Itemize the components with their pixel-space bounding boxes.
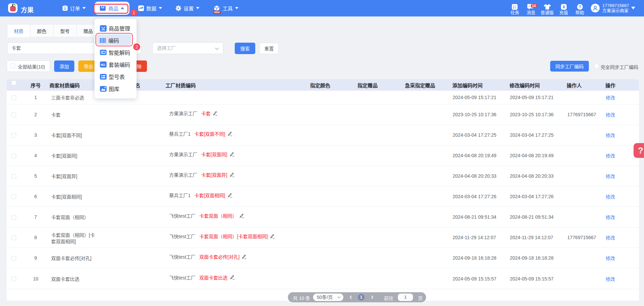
svg-text:?: ?: [579, 5, 581, 9]
svg-text:NO.: NO.: [101, 63, 106, 67]
svg-text:¥: ¥: [563, 5, 565, 9]
